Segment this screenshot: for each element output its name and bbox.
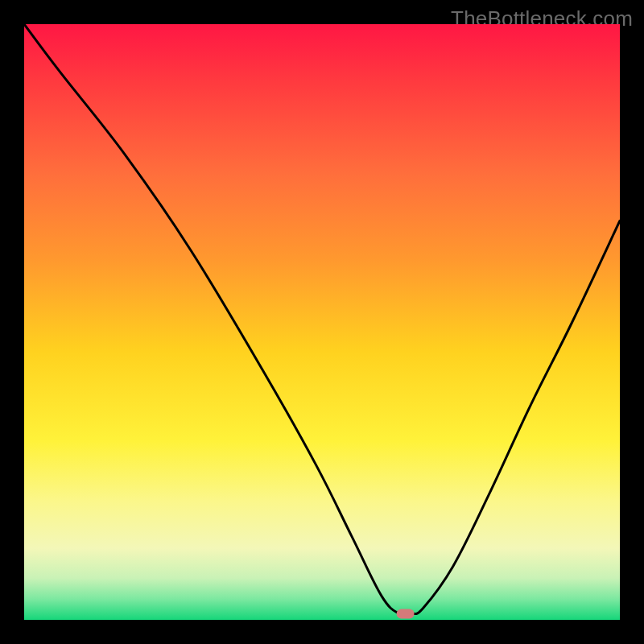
plot-area: [24, 24, 620, 620]
bottleneck-chart: [24, 24, 620, 620]
optimal-marker: [397, 609, 415, 619]
gradient-background: [24, 24, 620, 620]
chart-frame: TheBottleneck.com: [0, 0, 644, 644]
